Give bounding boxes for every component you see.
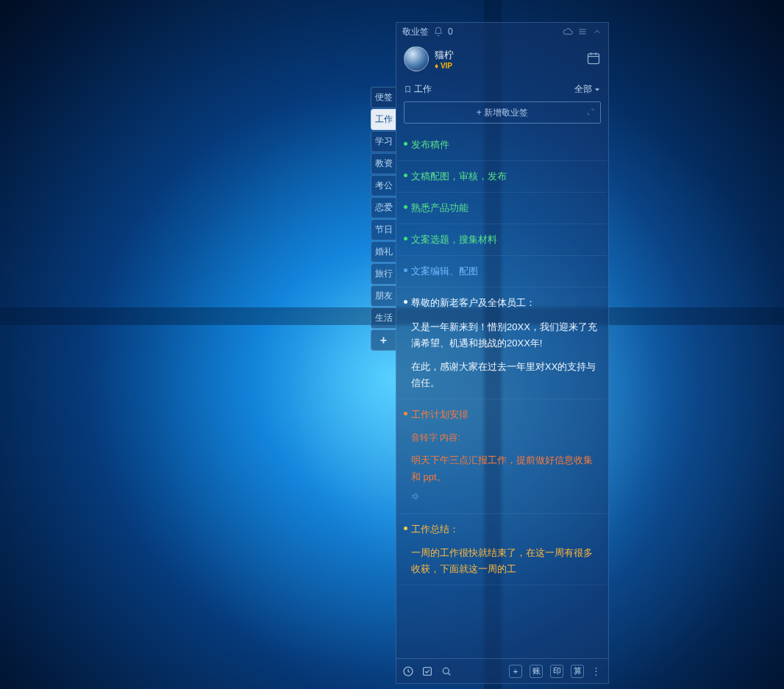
collapse-up-icon[interactable] bbox=[592, 26, 602, 37]
sidebar-tab-wedding[interactable]: 婚礼 bbox=[371, 241, 396, 263]
clock-icon[interactable] bbox=[402, 665, 414, 677]
cloud-sync-icon[interactable] bbox=[563, 26, 573, 37]
sidebar-tab-notes[interactable]: 便签 bbox=[371, 87, 396, 108]
note-text: 又是一年新来到！惜别20XX，我们迎来了充满希望、机遇和挑战的20XX年! bbox=[411, 319, 598, 351]
status-dot bbox=[404, 142, 407, 146]
title-bar: 敬业签 0 bbox=[396, 23, 608, 40]
add-button[interactable]: + bbox=[509, 665, 522, 678]
username: 猫柠 bbox=[435, 49, 454, 62]
main-panel: 敬业签 0 猫柠 ♦ VIP 工作 全部 bbox=[396, 22, 609, 684]
notes-list: 发布稿件 文稿配图，审核，发布 熟悉产品功能 文案选题，搜集材料 文案编辑、配图… bbox=[396, 129, 608, 658]
note-item[interactable]: 尊敬的新老客户及全体员工： 又是一年新来到！惜别20XX，我们迎来了充满希望、机… bbox=[398, 288, 607, 399]
sidebar-tab-friends[interactable]: 朋友 bbox=[371, 285, 396, 307]
note-text: 工作计划安排 bbox=[411, 407, 598, 423]
svg-point-3 bbox=[443, 668, 449, 674]
checklist-icon[interactable] bbox=[421, 665, 433, 677]
note-item[interactable]: 工作计划安排 音转字 内容: 明天下午三点汇报工作，提前做好信息收集和 ppt。 bbox=[398, 399, 607, 514]
bookmark-icon bbox=[404, 85, 412, 95]
category-row: 工作 全部 bbox=[396, 79, 608, 99]
note-text: 一周的工作很快就结束了，在这一周有很多收获，下面就这一周的工 bbox=[411, 545, 598, 577]
note-text: 音转字 内容: bbox=[411, 430, 598, 445]
note-text: 尊敬的新老客户及全体员工： bbox=[411, 295, 598, 311]
note-item[interactable]: 发布稿件 bbox=[398, 129, 607, 161]
vip-badge: ♦ VIP bbox=[435, 62, 454, 70]
status-dot bbox=[404, 300, 407, 304]
sidebar-tab-love[interactable]: 恋爱 bbox=[371, 197, 396, 218]
category-sidebar: 便签 工作 学习 教资 考公 恋爱 节日 婚礼 旅行 朋友 生活 + bbox=[371, 87, 396, 351]
sidebar-tab-study[interactable]: 学习 bbox=[371, 131, 396, 152]
note-item[interactable]: 文稿配图，审核，发布 bbox=[398, 161, 607, 193]
notification-count: 0 bbox=[448, 26, 453, 37]
sidebar-tab-life[interactable]: 生活 bbox=[371, 307, 396, 329]
status-dot bbox=[404, 268, 407, 272]
filter-dropdown[interactable]: 全部 bbox=[574, 83, 601, 96]
note-text: 在此，感谢大家在过去一年里对XX的支持与信任。 bbox=[411, 359, 598, 391]
note-item[interactable]: 熟悉产品功能 bbox=[398, 193, 607, 224]
audio-icon[interactable] bbox=[411, 490, 598, 506]
sidebar-tab-travel[interactable]: 旅行 bbox=[371, 263, 396, 285]
note-text: 工作总结： bbox=[411, 521, 598, 538]
add-note-label: + 新增敬业签 bbox=[477, 107, 528, 119]
app-title: 敬业签 bbox=[402, 26, 429, 38]
note-text: 发布稿件 bbox=[411, 137, 598, 153]
expand-icon bbox=[587, 107, 594, 118]
svg-rect-0 bbox=[588, 54, 599, 63]
sidebar-tab-festival[interactable]: 节日 bbox=[371, 219, 396, 240]
note-text: 明天下午三点汇报工作，提前做好信息收集和 ppt。 bbox=[411, 452, 598, 485]
status-dot bbox=[404, 526, 407, 530]
search-icon[interactable] bbox=[441, 665, 452, 677]
note-text: 文案编辑、配图 bbox=[411, 263, 598, 279]
svg-rect-2 bbox=[424, 667, 432, 675]
calc-button[interactable]: 算 bbox=[571, 665, 584, 678]
bottom-toolbar: + 账 印 算 ⋮ bbox=[396, 658, 608, 683]
category-name: 工作 bbox=[414, 83, 432, 96]
calendar-icon[interactable] bbox=[586, 51, 601, 68]
sidebar-tab-work[interactable]: 工作 bbox=[371, 109, 396, 130]
profile-row: 猫柠 ♦ VIP bbox=[396, 40, 608, 79]
more-icon[interactable]: ⋮ bbox=[591, 665, 602, 676]
status-dot bbox=[404, 237, 407, 240]
menu-icon[interactable] bbox=[577, 26, 588, 37]
sidebar-tab-exam[interactable]: 考公 bbox=[371, 175, 396, 196]
sidebar-add-tab[interactable]: + bbox=[371, 329, 396, 351]
account-button[interactable]: 账 bbox=[530, 665, 543, 678]
status-dot bbox=[404, 412, 407, 415]
print-button[interactable]: 印 bbox=[550, 665, 563, 678]
sidebar-tab-teach[interactable]: 教资 bbox=[371, 153, 396, 174]
note-item[interactable]: 文案编辑、配图 bbox=[398, 256, 607, 288]
status-dot bbox=[404, 174, 407, 177]
avatar[interactable] bbox=[404, 46, 429, 71]
note-item[interactable]: 工作总结： 一周的工作很快就结束了，在这一周有很多收获，下面就这一周的工 bbox=[398, 514, 607, 585]
bell-icon[interactable] bbox=[433, 26, 443, 37]
note-item[interactable]: 文案选题，搜集材料 bbox=[398, 224, 607, 256]
status-dot bbox=[404, 205, 407, 209]
add-note-button[interactable]: + 新增敬业签 bbox=[404, 101, 601, 124]
note-text: 文稿配图，审核，发布 bbox=[411, 168, 598, 185]
note-text: 熟悉产品功能 bbox=[411, 200, 598, 216]
note-text: 文案选题，搜集材料 bbox=[411, 232, 598, 248]
